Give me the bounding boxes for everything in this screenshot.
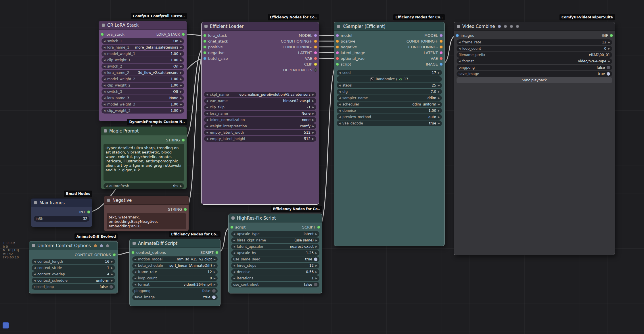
widget-context-stride[interactable]: ◀context_stride1▶ <box>32 265 115 271</box>
decrement-icon[interactable]: ◀ <box>34 279 36 282</box>
decrement-icon[interactable]: ◀ <box>339 97 341 99</box>
decrement-icon[interactable]: ◀ <box>233 239 235 242</box>
collapse-icon[interactable] <box>457 25 460 28</box>
node-textarea[interactable]: Hyper detailed ultra sharp, trending on … <box>103 144 184 181</box>
corner-app-button[interactable] <box>3 322 9 329</box>
increment-icon[interactable]: ▶ <box>180 185 182 187</box>
decrement-icon[interactable]: ◀ <box>106 185 108 187</box>
widget-upscale-by[interactable]: ◀upscale_by1.25▶ <box>231 250 319 256</box>
widget-steps[interactable]: ◀steps25▶ <box>337 82 442 88</box>
increment-icon[interactable]: ▶ <box>315 270 317 273</box>
increment-icon[interactable]: ▶ <box>438 71 440 74</box>
increment-icon[interactable]: ▶ <box>111 279 113 282</box>
collapse-icon[interactable] <box>102 24 105 27</box>
decrement-icon[interactable]: ◀ <box>134 283 136 286</box>
input-slot-lora-stack[interactable] <box>101 33 104 36</box>
decrement-icon[interactable]: ◀ <box>103 109 106 112</box>
increment-icon[interactable]: ▶ <box>315 252 317 254</box>
widget-vae-name[interactable]: ◀vae_nameblessed2.vae.pt▶ <box>204 98 316 104</box>
widget-ckpt-name[interactable]: ◀ckpt_nameepicrealism_pureEvolutionV5.sa… <box>204 92 316 97</box>
decrement-icon[interactable]: ◀ <box>34 260 36 263</box>
widget-format[interactable]: ◀formatvideo/h264-mp4▶ <box>457 58 612 64</box>
output-slot-vae[interactable] <box>314 57 317 60</box>
decrement-icon[interactable]: ◀ <box>339 103 341 106</box>
output-slot-context-options[interactable] <box>113 253 116 256</box>
toggle-knob[interactable] <box>607 72 610 76</box>
increment-icon[interactable]: ▶ <box>315 233 317 235</box>
decrement-icon[interactable]: ◀ <box>206 112 208 115</box>
increment-icon[interactable]: ▶ <box>214 270 216 273</box>
decrement-icon[interactable]: ◀ <box>34 266 36 269</box>
decrement-icon[interactable]: ◀ <box>103 97 106 99</box>
increment-icon[interactable]: ▶ <box>111 273 113 276</box>
output-slot-model[interactable] <box>314 34 317 37</box>
widget-lora-name-2[interactable]: ◀lora_name_23d_flow_v2.safetensors▶ <box>101 70 184 76</box>
widget-loop-count[interactable]: ◀loop_count0▶ <box>457 46 612 51</box>
toggle-knob[interactable] <box>314 283 317 286</box>
input-slot-negative[interactable] <box>336 45 339 49</box>
increment-icon[interactable]: ▶ <box>312 137 314 140</box>
input-slot-batch-size[interactable] <box>203 57 206 60</box>
increment-icon[interactable]: ▶ <box>608 60 610 63</box>
decrement-icon[interactable]: ◀ <box>103 59 106 62</box>
widget-clip-weight-3[interactable]: ◀clip_weight_31.00▶ <box>101 108 184 114</box>
increment-icon[interactable]: ▶ <box>312 112 314 115</box>
toggle-knob[interactable] <box>212 295 216 299</box>
node-video-combine[interactable]: Video CombineimagesGIF◀frame_rate12▶◀loo… <box>454 22 615 255</box>
node-animatediff-script[interactable]: AnimateDiff Scriptcontext_optionsSCRIPT◀… <box>129 239 221 306</box>
node-magic-prompt[interactable]: Magic PromptSTRINGHyper detailed ultra s… <box>101 126 187 189</box>
decrement-icon[interactable]: ◀ <box>339 84 341 87</box>
widget-seed[interactable]: ◀seed17▶ <box>337 70 442 76</box>
output-slot-script[interactable] <box>317 226 320 229</box>
input-slot-optional-vae[interactable] <box>336 57 339 60</box>
increment-icon[interactable]: ▶ <box>315 277 317 280</box>
increment-icon[interactable]: ▶ <box>438 97 440 99</box>
widget-sampler-name[interactable]: ◀sampler_nameddim▶ <box>337 95 442 101</box>
decrement-icon[interactable]: ◀ <box>459 41 461 44</box>
decrement-icon[interactable]: ◀ <box>206 106 208 109</box>
decrement-icon[interactable]: ◀ <box>103 84 106 87</box>
increment-icon[interactable]: ▶ <box>312 131 314 134</box>
decrement-icon[interactable]: ◀ <box>233 277 235 280</box>
increment-icon[interactable]: ▶ <box>180 78 182 80</box>
widget-clip-weight-1[interactable]: ◀clip_weight_11.00▶ <box>101 57 184 63</box>
widget-denoise[interactable]: ◀denoise1.00▶ <box>337 108 442 114</box>
output-slot-int[interactable] <box>87 210 90 214</box>
decrement-icon[interactable]: ◀ <box>339 71 341 74</box>
collapse-icon[interactable] <box>107 199 110 202</box>
increment-icon[interactable]: ▶ <box>312 99 314 102</box>
decrement-icon[interactable]: ◀ <box>339 116 341 118</box>
input-slot-positive[interactable] <box>203 45 206 49</box>
increment-icon[interactable]: ▶ <box>315 245 317 248</box>
increment-icon[interactable]: ▶ <box>214 264 216 267</box>
decrement-icon[interactable]: ◀ <box>206 125 208 128</box>
increment-icon[interactable]: ▶ <box>180 52 182 55</box>
widget-denoise[interactable]: ◀denoise0.56▶ <box>231 269 319 275</box>
increment-icon[interactable]: ▶ <box>214 277 216 280</box>
toggle-knob[interactable] <box>110 285 113 289</box>
widget-clip-skip[interactable]: ◀clip_skip-1▶ <box>204 104 316 110</box>
increment-icon[interactable]: ▶ <box>180 103 182 106</box>
decrement-icon[interactable]: ◀ <box>206 131 208 134</box>
decrement-icon[interactable]: ◀ <box>233 264 235 267</box>
widget-preview-method[interactable]: ◀preview_methodauto▶ <box>337 114 442 120</box>
node-graph-canvas[interactable]: T: 0.00sI: 0N: 10 [10]V: 142FPS:60.10 Co… <box>0 0 644 334</box>
decrement-icon[interactable]: ◀ <box>339 109 341 112</box>
increment-icon[interactable]: ▶ <box>111 266 113 269</box>
decrement-icon[interactable]: ◀ <box>134 264 136 267</box>
node-max-frames[interactable]: Max framesINTinStr32 <box>31 198 92 227</box>
widget-use-controlnet[interactable]: use_controlnetfalse <box>231 282 319 287</box>
increment-icon[interactable]: ▶ <box>438 109 440 112</box>
widget-pingpong[interactable]: pingpongfalse <box>132 288 218 294</box>
collapse-icon[interactable] <box>104 129 107 133</box>
node-textarea[interactable]: text, watermark, embedding:EasyNeagtive,… <box>107 213 186 229</box>
widget-pingpong[interactable]: pingpongfalse <box>457 65 612 70</box>
decrement-icon[interactable]: ◀ <box>233 233 235 235</box>
increment-icon[interactable]: ▶ <box>438 122 440 125</box>
increment-icon[interactable]: ▶ <box>315 239 317 242</box>
input-slot-positive[interactable] <box>336 40 339 43</box>
output-slot-string[interactable] <box>182 139 185 142</box>
randomize-button[interactable]: Randomize /♻17 <box>337 76 442 82</box>
input-slot-script[interactable] <box>230 226 233 229</box>
input-slot-latent-image[interactable] <box>336 51 339 54</box>
